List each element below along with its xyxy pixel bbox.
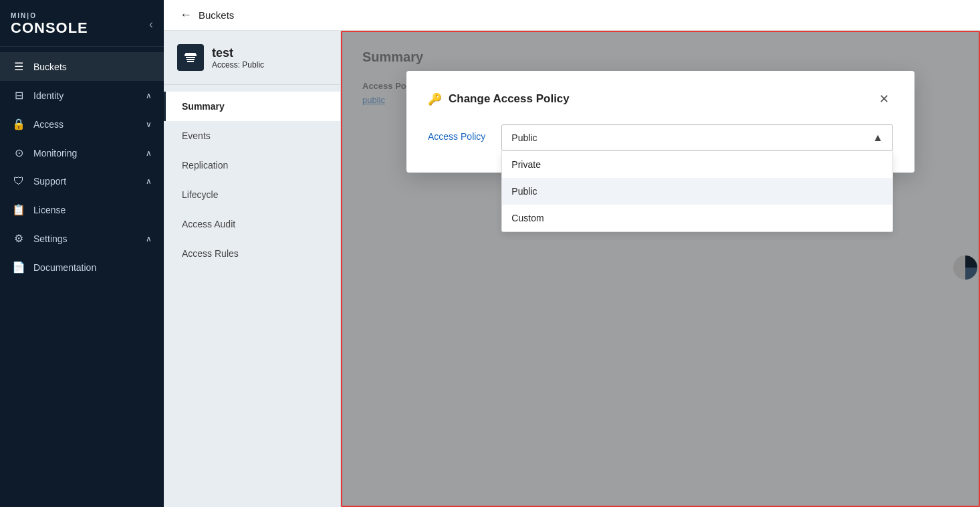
sidebar-collapse-button[interactable]: ‹ [149,17,153,31]
sidebar-item-label-settings: Settings [33,233,138,244]
left-nav: Summary Events Replication Lifecycle Acc… [164,92,340,268]
bucket-name: test [212,46,264,60]
dropdown-selected-value[interactable]: Public ▲ [501,124,893,151]
settings-arrow-icon: ∧ [146,234,152,243]
topbar-title: Buckets [199,9,234,21]
dropdown-option-private[interactable]: Private [502,151,892,178]
svg-rect-1 [186,57,195,58]
modal-title: 🔑 Change Access Policy [428,92,570,106]
sidebar: MIN|O CONSOLE ‹ ☰ Buckets ⊟ Identity ∧ 🔒… [0,0,164,507]
dropdown-options-list: Private Public Custom [501,151,893,232]
sidebar-nav: ☰ Buckets ⊟ Identity ∧ 🔒 Access ∨ ⊙ Moni… [0,47,164,507]
access-icon: 🔒 [12,118,25,130]
documentation-icon: 📄 [12,261,25,274]
svg-rect-3 [187,61,194,62]
sidebar-item-access[interactable]: 🔒 Access ∨ [0,110,164,138]
modal-header: 🔑 Change Access Policy ✕ [428,90,893,108]
modal-title-text: Change Access Policy [449,92,570,106]
sidebar-item-label-documentation: Documentation [33,262,152,273]
left-nav-replication[interactable]: Replication [164,150,340,180]
sidebar-item-settings[interactable]: ⚙ Settings ∧ [0,224,164,253]
logo-mini: MIN|O [11,12,88,19]
bucket-access-value: Public [242,60,264,70]
left-nav-summary[interactable]: Summary [164,92,340,121]
change-access-policy-modal: 🔑 Change Access Policy ✕ Access Policy P… [406,71,914,173]
sidebar-item-label-buckets: Buckets [33,62,152,72]
monitoring-arrow-icon: ∧ [146,148,152,158]
license-icon: 📋 [12,203,25,216]
sidebar-item-support[interactable]: 🛡 Support ∧ [0,167,164,195]
access-policy-field-label: Access Policy [428,124,485,142]
sidebar-item-label-access: Access [33,119,138,130]
sidebar-item-label-identity: Identity [33,90,138,101]
logo-console: CONSOLE [11,19,88,37]
sidebar-item-label-support: Support [33,176,138,187]
access-policy-dropdown[interactable]: Public ▲ Private Public Custom [501,124,893,151]
right-panel: Summary Access Policy: ✏ public Encrypti… [341,31,980,507]
left-nav-lifecycle[interactable]: Lifecycle [164,180,340,209]
modal-overlay: 🔑 Change Access Policy ✕ Access Policy P… [341,31,980,507]
left-nav-access-audit[interactable]: Access Audit [164,209,340,239]
sidebar-item-identity[interactable]: ⊟ Identity ∧ [0,81,164,110]
settings-icon: ⚙ [12,232,25,245]
key-icon: 🔑 [428,92,442,106]
logo-text: MIN|O CONSOLE [11,12,88,37]
sidebar-item-buckets[interactable]: ☰ Buckets [0,52,164,81]
bucket-access-label: Access: [212,60,240,70]
svg-rect-2 [187,59,195,60]
main-area: ← Buckets test Access: [164,0,980,507]
content-area: test Access: Public Summary Events Repli… [164,31,980,507]
bucket-icon [177,44,204,71]
support-arrow-icon: ∧ [146,177,152,186]
monitoring-icon: ⊙ [12,146,25,159]
svg-rect-4 [185,53,196,54]
sidebar-logo: MIN|O CONSOLE ‹ [0,0,164,47]
modal-close-button[interactable]: ✕ [874,90,893,108]
bucket-access: Access: Public [212,60,264,70]
sidebar-item-documentation[interactable]: 📄 Documentation [0,253,164,282]
left-panel: test Access: Public Summary Events Repli… [164,31,341,507]
modal-body: Access Policy Public ▲ Private Public Cu… [428,124,893,151]
dropdown-option-public[interactable]: Public [502,178,892,205]
svg-rect-0 [185,54,197,56]
dropdown-arrow-icon: ▲ [872,132,883,144]
bucket-info: test Access: Public [212,46,264,70]
bucket-header: test Access: Public [164,44,340,85]
sidebar-item-label-license: License [33,205,152,215]
sidebar-item-monitoring[interactable]: ⊙ Monitoring ∧ [0,138,164,167]
sidebar-item-label-monitoring: Monitoring [33,148,138,159]
back-button[interactable]: ← [180,8,192,22]
left-nav-access-rules[interactable]: Access Rules [164,239,340,268]
selected-option-text: Public [511,132,537,143]
buckets-icon: ☰ [12,60,25,73]
access-arrow-icon: ∨ [146,120,152,129]
dropdown-option-custom[interactable]: Custom [502,205,892,231]
identity-arrow-icon: ∧ [146,91,152,100]
identity-icon: ⊟ [12,89,25,102]
topbar: ← Buckets [164,0,980,31]
support-icon: 🛡 [12,175,25,187]
left-nav-events[interactable]: Events [164,121,340,150]
sidebar-item-license[interactable]: 📋 License [0,195,164,224]
